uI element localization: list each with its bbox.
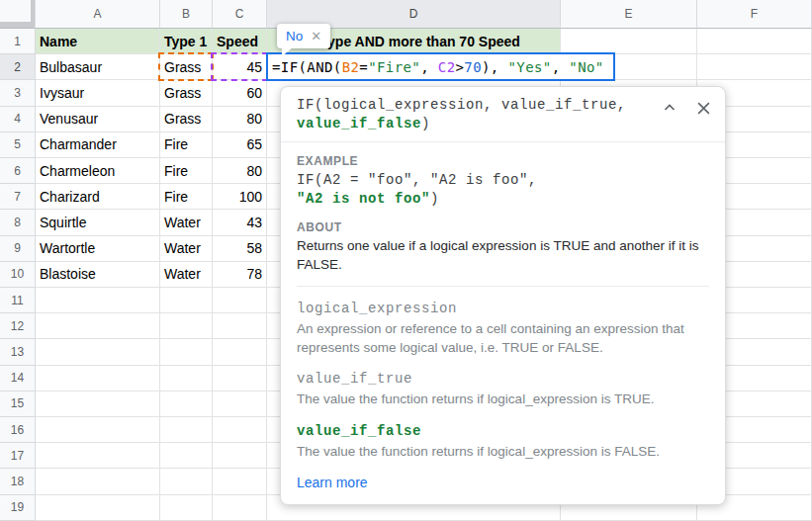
parameter-doc: value_if_falseThe value the function ret… [281, 409, 725, 462]
cell-b5[interactable]: Fire [160, 132, 213, 158]
column-header-c[interactable]: C [213, 0, 267, 29]
cell-b13[interactable] [160, 339, 213, 365]
cell-a11[interactable] [36, 288, 160, 313]
cell-a10[interactable]: Blastoise [36, 262, 160, 288]
cell-c10[interactable]: 78 [213, 262, 267, 288]
row-header-9[interactable]: 9 [0, 236, 36, 262]
cell-c12[interactable] [213, 313, 267, 339]
cell-a3[interactable]: Ivysaur [36, 80, 160, 106]
row-header-16[interactable]: 16 [0, 417, 36, 443]
cell-a7[interactable]: Charizard [36, 184, 160, 210]
cell-c4[interactable]: 80 [213, 107, 267, 132]
cell-c13[interactable] [213, 339, 267, 365]
cell-b8[interactable]: Water [160, 210, 213, 235]
cell-b1[interactable]: Type 1 [160, 29, 213, 54]
cell-b4[interactable]: Grass [160, 107, 213, 132]
cell-c18[interactable] [213, 469, 267, 494]
cell-a15[interactable] [36, 391, 160, 417]
cell-a4[interactable]: Venusaur [36, 107, 160, 132]
cell-b6[interactable]: Fire [160, 158, 213, 184]
cell-c15[interactable] [213, 391, 267, 417]
learn-more-link[interactable]: Learn more [297, 475, 368, 490]
row-header-3[interactable]: 3 [0, 80, 36, 106]
cell-b18[interactable] [160, 469, 213, 494]
cell-c6[interactable]: 80 [213, 158, 267, 184]
parameter-docs: logical_expressionAn expression or refer… [281, 287, 725, 461]
cell-c5[interactable]: 65 [213, 132, 267, 158]
cell-b12[interactable] [160, 313, 213, 339]
cell-a6[interactable]: Charmeleon [36, 158, 160, 184]
row-header-7[interactable]: 7 [0, 184, 36, 210]
cell-c19[interactable] [213, 495, 267, 521]
cell-b16[interactable] [160, 417, 213, 443]
row-header-14[interactable]: 14 [0, 366, 36, 391]
formula-token: B2 [342, 59, 360, 75]
row-header-10[interactable]: 10 [0, 262, 36, 288]
cell-c8[interactable]: 43 [213, 210, 267, 235]
row-header-11[interactable]: 11 [0, 288, 36, 313]
cell-c17[interactable] [213, 443, 267, 469]
cell-b10[interactable]: Water [160, 262, 213, 288]
cell-a14[interactable] [36, 366, 160, 391]
row-header-5[interactable]: 5 [0, 132, 36, 158]
cell-a1[interactable]: Name [36, 29, 160, 54]
cell-b15[interactable] [160, 391, 213, 417]
cell-c3[interactable]: 60 [213, 80, 267, 106]
cell-a17[interactable] [36, 443, 160, 469]
row-header-19[interactable]: 19 [0, 495, 36, 521]
cell-b3[interactable]: Grass [160, 80, 213, 106]
cell-a2[interactable]: Bulbasaur [36, 54, 160, 80]
cell-b14[interactable] [160, 366, 213, 391]
cell-a9[interactable]: Wartortle [36, 236, 160, 262]
cell-c1[interactable]: Speed [213, 29, 267, 54]
row-header-2[interactable]: 2 [0, 54, 36, 80]
row-header-17[interactable]: 17 [0, 443, 36, 469]
cell-c16[interactable] [213, 417, 267, 443]
cell-c14[interactable] [213, 366, 267, 391]
select-all-corner[interactable] [0, 0, 36, 29]
row-header-6[interactable]: 6 [0, 158, 36, 184]
cell-a16[interactable] [36, 417, 160, 443]
collapse-chevron-icon[interactable] [660, 98, 679, 118]
column-header-b[interactable]: B [160, 0, 213, 29]
cell-a12[interactable] [36, 313, 160, 339]
cell-f2[interactable] [697, 54, 812, 80]
column-header-f[interactable]: F [697, 0, 812, 29]
formula-token: , [552, 59, 570, 75]
cell-b17[interactable] [160, 443, 213, 469]
example-label: EXAMPLE [297, 154, 709, 168]
parameter-description: The value the function returns if logica… [297, 391, 709, 409]
cell-editor-d2[interactable]: =IF(AND(B2="Fire", C2>70), "Yes", "No" [266, 52, 615, 81]
cell-a19[interactable] [36, 495, 160, 521]
cell-c2[interactable]: 45 [213, 54, 267, 80]
row-header-8[interactable]: 8 [0, 210, 36, 235]
cell-a5[interactable]: Charmander [36, 132, 160, 158]
cell-b7[interactable]: Fire [160, 184, 213, 210]
cell-a13[interactable] [36, 339, 160, 365]
cell-b11[interactable] [160, 288, 213, 313]
column-header-a[interactable]: A [36, 0, 160, 29]
cell-e1[interactable] [561, 29, 697, 54]
cell-f1[interactable] [697, 29, 812, 54]
cell-c9[interactable]: 58 [213, 236, 267, 262]
about-label: ABOUT [297, 220, 709, 234]
close-icon[interactable]: ✕ [311, 30, 321, 43]
cell-b9[interactable]: Water [160, 236, 213, 262]
row-header-12[interactable]: 12 [0, 313, 36, 339]
row-header-18[interactable]: 18 [0, 469, 36, 494]
cell-b19[interactable] [160, 495, 213, 521]
row-header-15[interactable]: 15 [0, 391, 36, 417]
row-header-1[interactable]: 1 [0, 29, 36, 54]
syntax-prefix: IF(logical_expression, value_if_true, [297, 97, 626, 113]
example-line1: IF(A2 = "foo", "A2 is foo", [297, 172, 537, 188]
cell-c11[interactable] [213, 288, 267, 313]
column-header-e[interactable]: E [561, 0, 697, 29]
row-header-13[interactable]: 13 [0, 339, 36, 365]
cell-b2[interactable]: Grass [160, 54, 213, 80]
cell-a18[interactable] [36, 469, 160, 494]
close-icon[interactable] [693, 98, 713, 118]
cell-c7[interactable]: 100 [213, 184, 267, 210]
cell-a8[interactable]: Squirtle [36, 210, 160, 235]
row-header-4[interactable]: 4 [0, 107, 36, 132]
example-highlighted-arg: "A2 is not foo" [297, 191, 430, 207]
